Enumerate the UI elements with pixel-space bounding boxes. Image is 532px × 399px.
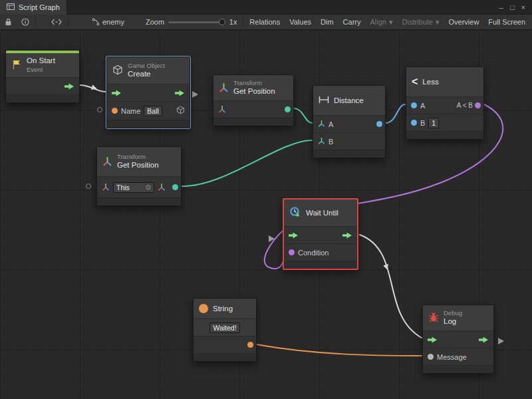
node-row: A xyxy=(313,115,385,132)
code-icon xyxy=(51,19,62,25)
b-value-field[interactable]: 1 xyxy=(428,118,439,128)
graph-canvas[interactable]: On Start Event Game Object Create xyxy=(0,30,532,399)
zoom-value: 1x xyxy=(227,15,242,29)
wire-distance-to-less[interactable] xyxy=(386,104,405,123)
fullscreen-button[interactable]: Full Screen xyxy=(483,15,532,29)
node-title: Create xyxy=(128,70,165,79)
align-dropdown[interactable]: Align▾ xyxy=(366,15,398,29)
node-create[interactable]: Game Object Create Name Ball xyxy=(106,57,190,128)
node-header: Game Object Create xyxy=(107,57,190,84)
condition-input-port[interactable] xyxy=(289,249,295,255)
transform-input-icon[interactable] xyxy=(218,105,226,114)
graph-asset-icon xyxy=(92,18,100,26)
info-button[interactable] xyxy=(17,15,34,29)
node-on-start[interactable]: On Start Event xyxy=(5,50,80,103)
wait-clock-icon xyxy=(289,206,301,219)
target-dropdown[interactable]: This ⊙ xyxy=(113,182,154,193)
node-footer xyxy=(284,261,357,269)
wire-getposition-to-distance-b[interactable] xyxy=(182,140,312,186)
node-wait-until[interactable]: Wait Until Condition xyxy=(283,198,358,270)
tab-script-graph[interactable]: Script Graph xyxy=(0,0,67,15)
object-picker-cube-icon[interactable] xyxy=(176,106,185,116)
dim-button[interactable]: Dim xyxy=(316,15,338,29)
node-footer xyxy=(423,365,493,373)
exec-input-port[interactable] xyxy=(112,90,122,96)
exec-output-port[interactable] xyxy=(479,336,489,343)
node-title: On Start xyxy=(27,57,55,66)
vector-output-port[interactable] xyxy=(172,184,178,190)
node-category: Game Object xyxy=(128,62,165,69)
exec-stub-after-create[interactable] xyxy=(192,88,198,100)
less-output-port[interactable] xyxy=(475,102,481,108)
node-string[interactable]: String Waited! xyxy=(193,298,257,362)
wire-string-to-log[interactable] xyxy=(257,344,422,356)
node-category: Transform xyxy=(117,153,159,160)
node-title: Get Position xyxy=(233,87,275,96)
graph-breadcrumb[interactable]: enemy xyxy=(87,15,129,29)
zoom-slider-handle[interactable] xyxy=(219,19,225,25)
node-header: On Start Event xyxy=(6,53,79,77)
wire-arrowhead xyxy=(383,264,390,271)
chevron-down-icon: ▾ xyxy=(436,18,440,27)
less-input-b-port[interactable] xyxy=(411,120,417,126)
transform-output-icon xyxy=(158,183,166,192)
result-label: A < B xyxy=(457,102,473,109)
exec-output-port[interactable] xyxy=(342,232,352,239)
message-input-port[interactable] xyxy=(428,354,434,360)
node-row: Name Ball xyxy=(107,101,190,120)
node-header: String xyxy=(194,299,256,319)
transform-input-icon[interactable] xyxy=(102,183,110,192)
code-view-button[interactable] xyxy=(47,15,66,29)
name-value-field[interactable]: Ball xyxy=(144,106,162,116)
maximize-button[interactable]: □ xyxy=(510,3,515,11)
distance-output-port[interactable] xyxy=(376,121,382,127)
distribute-dropdown[interactable]: Distribute▾ xyxy=(398,15,444,29)
node-get-position-top[interactable]: Transform Get Position xyxy=(213,74,294,126)
zoom-slider[interactable] xyxy=(168,21,224,23)
name-input-port[interactable] xyxy=(112,108,118,114)
node-header: Debug Log xyxy=(423,305,493,331)
port-label-a: A xyxy=(329,120,333,128)
node-footer xyxy=(406,131,483,139)
node-title: Less xyxy=(422,78,438,86)
exec-stub-before-waituntil[interactable] xyxy=(269,233,275,245)
script-graph-tab-icon xyxy=(7,3,15,11)
zoom-label: Zoom xyxy=(141,15,166,29)
object-picker-icon[interactable]: ⊙ xyxy=(146,184,151,191)
less-input-a-port[interactable] xyxy=(411,102,417,108)
node-row: Message xyxy=(423,348,493,365)
exec-input-port[interactable] xyxy=(289,232,299,239)
vector-output-port[interactable] xyxy=(285,106,291,112)
node-row xyxy=(6,77,79,94)
node-footer xyxy=(6,94,79,102)
minimize-button[interactable]: – xyxy=(499,3,503,11)
node-row xyxy=(284,226,357,243)
exec-output-port[interactable] xyxy=(65,83,74,90)
values-button[interactable]: Values xyxy=(285,15,316,29)
port-label-message: Message xyxy=(437,353,467,361)
node-title: Wait Until xyxy=(306,209,338,217)
graph-toolbar: enemy Zoom 1x Relations Values Dim Carry… xyxy=(0,15,532,30)
wire-waituntil-to-log[interactable] xyxy=(360,235,422,338)
node-distance[interactable]: Distance A B xyxy=(313,85,386,158)
node-footer xyxy=(107,120,190,128)
unconnected-port-indicator[interactable] xyxy=(97,107,102,112)
lock-button[interactable] xyxy=(0,15,17,29)
relations-button[interactable]: Relations xyxy=(245,15,285,29)
unconnected-port-indicator[interactable] xyxy=(86,184,91,189)
exec-stub-after-log[interactable] xyxy=(498,335,504,347)
string-output-port[interactable] xyxy=(247,342,253,348)
overview-button[interactable]: Overview xyxy=(444,15,484,29)
exec-input-port[interactable] xyxy=(428,336,438,343)
node-get-position-left[interactable]: Transform Get Position This ⊙ xyxy=(96,146,182,206)
node-less[interactable]: < Less A A < B B 1 xyxy=(406,66,484,140)
exec-output-port[interactable] xyxy=(175,90,185,96)
port-label-condition: Condition xyxy=(298,249,329,257)
vector-type-icon xyxy=(318,120,325,128)
wire-getposition-to-distance-a[interactable] xyxy=(294,108,312,123)
close-button[interactable]: × xyxy=(521,3,525,11)
string-value-field[interactable]: Waited! xyxy=(209,323,239,333)
carry-button[interactable]: Carry xyxy=(338,15,366,29)
toolbar-separator xyxy=(68,17,68,27)
node-debug-log[interactable]: Debug Log Message xyxy=(422,305,494,374)
